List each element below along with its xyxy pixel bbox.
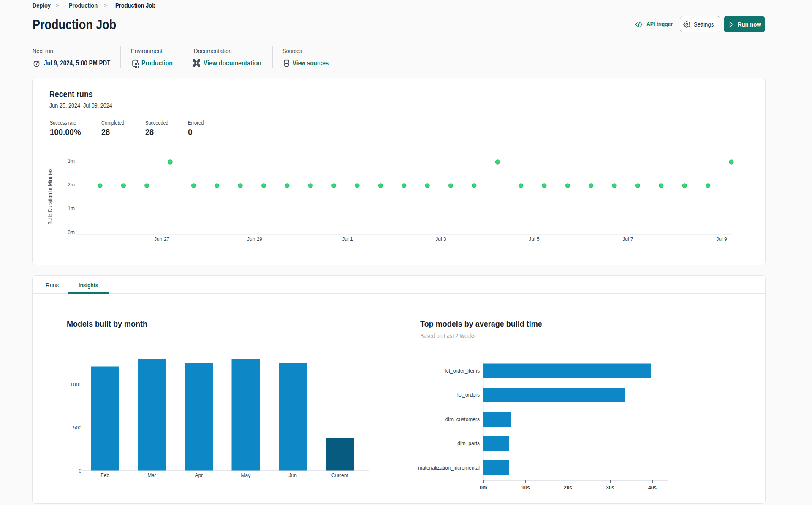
svg-text:0m: 0m [68, 230, 75, 235]
svg-text:fct_order_items: fct_order_items [445, 368, 480, 374]
svg-text:Jul 3: Jul 3 [435, 236, 446, 242]
svg-text:10s: 10s [521, 485, 530, 491]
svg-text:2m: 2m [68, 182, 75, 188]
svg-text:Apr: Apr [195, 473, 203, 478]
svg-text:Jul 1: Jul 1 [342, 236, 353, 242]
svg-text:Current: Current [331, 473, 349, 478]
svg-text:Jun: Jun [289, 473, 297, 478]
svg-text:3m: 3m [68, 158, 75, 164]
svg-text:Jul 9: Jul 9 [716, 236, 727, 242]
svg-text:fct_orders: fct_orders [457, 392, 480, 398]
svg-text:Build Duration in Minutes: Build Duration in Minutes [47, 168, 53, 224]
svg-text:500: 500 [73, 425, 81, 431]
svg-text:May: May [241, 473, 251, 478]
svg-text:40s: 40s [648, 485, 657, 491]
svg-text:Jun 29: Jun 29 [247, 236, 262, 242]
svg-text:Mar: Mar [147, 473, 156, 478]
svg-text:dim_customers: dim_customers [445, 416, 480, 422]
svg-text:Feb: Feb [100, 473, 109, 478]
svg-text:Jun 27: Jun 27 [154, 236, 169, 242]
svg-text:Jul 5: Jul 5 [529, 236, 540, 242]
svg-text:1m: 1m [68, 205, 75, 211]
svg-text:1000: 1000 [70, 382, 81, 388]
svg-text:20s: 20s [564, 485, 572, 491]
svg-text:Jul 7: Jul 7 [622, 236, 633, 242]
svg-text:30s: 30s [606, 485, 614, 491]
svg-text:0: 0 [79, 468, 81, 474]
svg-text:0m: 0m [480, 485, 487, 491]
svg-text:materialization_incremental: materialization_incremental [418, 465, 480, 471]
svg-text:dim_parts: dim_parts [457, 440, 480, 446]
